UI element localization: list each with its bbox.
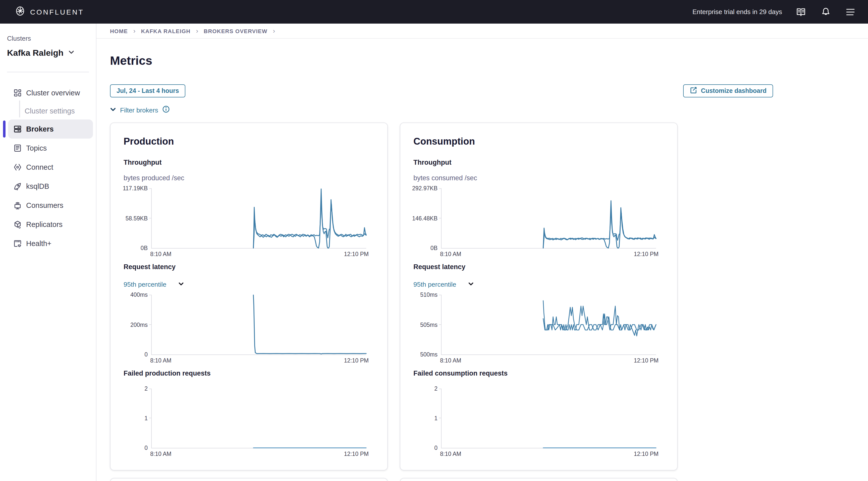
sidebar-item-label: Replicators [26,220,63,228]
ksqldb-rocket-icon [12,181,23,191]
breadcrumb-brokers-overview[interactable]: BROKERS OVERVIEW [204,28,268,34]
consumption-latency-chart: 510ms 505ms 500ms 8:10 AM 12:10 PM [441,295,656,355]
sidebar-item-cluster-settings[interactable]: Cluster settings [8,102,93,120]
breadcrumb: HOME › KAFKA RALEIGH › BROKERS OVERVIEW … [96,24,868,39]
card-title: Production [124,135,374,148]
filter-brokers-label: Filter brokers [120,106,158,114]
confluent-logo[interactable]: CONFLUENT [15,6,84,18]
filter-brokers-toggle[interactable]: Filter brokers [110,105,868,115]
x-axis-tick: 12:10 PM [344,251,369,257]
sidebar-item-brokers[interactable]: Brokers [8,120,93,138]
y-axis-tick: 1 [145,415,148,421]
sidebar-item-healthplus[interactable]: Health+ [8,234,93,253]
sidebar-item-replicators[interactable]: Replicators [8,215,93,234]
y-axis-tick: 1 [434,415,437,421]
metrics-cards-row: Production Throughput bytes produced /se… [110,123,855,471]
sidebar-item-label: Brokers [26,125,54,133]
y-axis-tick: 400ms [130,292,148,298]
x-axis-tick: 12:10 PM [344,451,369,457]
chevron-down-icon [68,48,75,58]
x-axis-tick: 12:10 PM [344,357,369,363]
failed-requests-heading: Failed consumption requests [413,369,664,378]
chevron-down-icon [110,106,116,114]
topbar: CONFLUENT Enterprise trial ends in 29 da… [0,0,868,24]
breadcrumb-chevron-icon: › [196,28,198,34]
percentile-selector[interactable]: 95th percentile [413,280,664,289]
consumption-failed-requests-chart: 2 1 0 8:10 AM 12:10 PM [441,389,656,448]
y-axis-tick: 0B [431,245,437,251]
chevron-down-icon [468,280,474,289]
sidebar-nav: Cluster overview Cluster settings Broker… [0,83,96,253]
sidebar-item-consumers[interactable]: Consumers [8,196,93,215]
y-axis-tick: 0B [141,245,148,251]
connect-brackets-icon [12,162,23,172]
throughput-unit-label: bytes consumed /sec [413,174,664,183]
topics-document-icon [12,143,23,153]
breadcrumb-chevron-icon: › [273,28,275,34]
partial-card [400,478,678,481]
y-axis-tick: 505ms [420,322,437,328]
controls-row: Jul, 24 - Last 4 hours Customize dashboa… [110,84,773,97]
throughput-heading: Throughput [124,158,374,167]
throughput-heading: Throughput [413,158,664,167]
date-range-label: Jul, 24 - Last 4 hours [117,87,179,94]
sidebar-item-ksqldb[interactable]: ksqlDB [8,177,93,196]
notifications-bell-icon[interactable] [820,6,831,17]
x-axis-tick: 12:10 PM [634,251,658,257]
sidebar-item-label: Cluster settings [25,107,75,115]
info-circle-icon[interactable] [162,105,170,115]
sidebar-item-label: Topics [26,144,47,152]
menu-hamburger-icon[interactable] [845,6,856,17]
main-content: HOME › KAFKA RALEIGH › BROKERS OVERVIEW … [96,24,868,481]
sidebar-item-connect[interactable]: Connect [8,158,93,177]
app-window: CONFLUENT Enterprise trial ends in 29 da… [0,0,868,481]
latency-heading: Request latency [413,263,664,271]
consumption-card: Consumption Throughput bytes consumed /s… [400,123,678,471]
y-axis-tick: 146.48KB [412,215,437,221]
sidebar: Clusters Kafka Raleigh Cluster overview … [0,24,96,481]
percentile-selector-value: 95th percentile [124,280,166,289]
percentile-selector-value: 95th percentile [413,280,456,289]
cluster-picker[interactable]: Kafka Raleigh [7,48,96,58]
x-axis-tick: 8:10 AM [440,451,461,457]
percentile-selector[interactable]: 95th percentile [124,280,374,289]
edit-square-icon [690,86,698,95]
dashboard-grid-icon [12,88,23,98]
breadcrumb-cluster[interactable]: KAFKA RALEIGH [141,28,191,34]
confluent-spark-icon [15,6,25,18]
replicators-cube-icon [12,219,23,229]
customize-dashboard-label: Customize dashboard [701,87,767,94]
consumers-monitor-icon [12,200,23,211]
breadcrumb-home[interactable]: HOME [110,28,128,34]
y-axis-tick: 510ms [420,292,437,298]
trial-countdown-text: Enterprise trial ends in 29 days [692,8,782,15]
clusters-section-label: Clusters [7,35,96,42]
y-axis-tick: 500ms [420,351,437,357]
production-throughput-chart: 117.19KB 58.59KB 0B 8:10 AM 12:10 PM [151,188,366,249]
x-axis-tick: 8:10 AM [150,251,171,257]
y-axis-tick: 117.19KB [123,185,148,191]
date-range-button[interactable]: Jul, 24 - Last 4 hours [110,84,186,97]
brokers-stack-icon [12,124,23,134]
sidebar-item-label: ksqlDB [26,182,49,190]
sidebar-item-label: Connect [26,163,53,171]
throughput-unit-label: bytes produced /sec [124,174,374,183]
sidebar-item-topics[interactable]: Topics [8,138,93,158]
y-axis-tick: 200ms [130,322,148,328]
sidebar-item-label: Consumers [26,201,63,210]
production-card: Production Throughput bytes produced /se… [110,123,388,471]
y-axis-tick: 0 [434,445,437,451]
sidebar-item-cluster-overview[interactable]: Cluster overview [8,83,93,102]
customize-dashboard-button[interactable]: Customize dashboard [683,84,773,97]
x-axis-tick: 12:10 PM [634,357,658,363]
page-title: Metrics [110,54,868,67]
docs-book-icon[interactable] [796,6,807,17]
sidebar-divider [7,72,89,72]
healthplus-card-heart-icon [12,238,23,249]
consumption-throughput-chart: 292.97KB 146.48KB 0B 8:10 AM 12:10 PM [441,188,656,249]
partial-card [110,478,388,481]
x-axis-tick: 8:10 AM [440,357,461,363]
brand-name: CONFLUENT [30,8,84,16]
card-title: Consumption [413,135,664,148]
y-axis-tick: 292.97KB [412,185,437,191]
